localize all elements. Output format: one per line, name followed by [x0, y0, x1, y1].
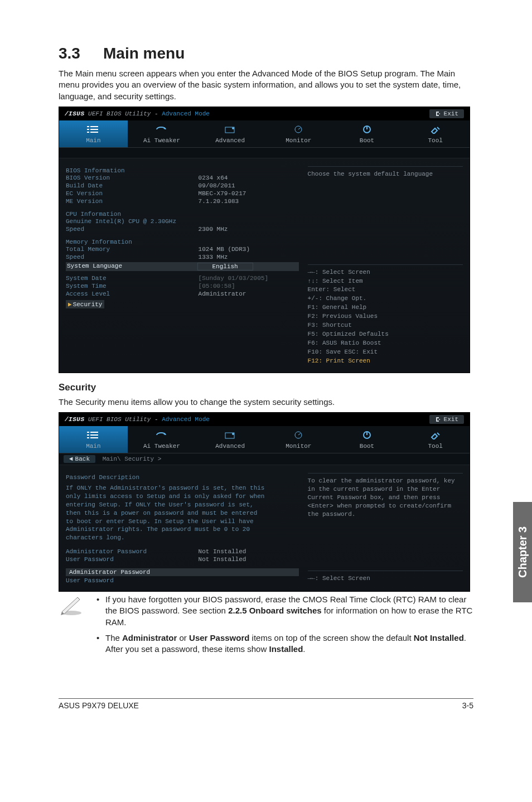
tab-advanced[interactable]: Advanced — [196, 120, 264, 147]
tab-monitor-label: Monitor — [286, 443, 311, 450]
notes-list: If you have forgotten your BIOS password… — [94, 594, 473, 659]
title-mode: Advanced Mode — [162, 110, 210, 117]
language-value[interactable]: English — [197, 263, 253, 270]
tab-tool[interactable]: Tool — [401, 426, 470, 453]
exit-label: Exit — [444, 110, 458, 117]
hotkey-row: F1: General Help — [308, 303, 463, 312]
tweaker-icon — [156, 431, 168, 439]
exit-button[interactable]: Exit — [429, 109, 464, 118]
svg-point-20 — [232, 433, 234, 435]
bios-body: Password Description If ONLY the Adminis… — [59, 465, 470, 591]
hotkey-row: F2: Previous Values — [308, 312, 463, 321]
hotkey-row: F6: ASUS Ratio Boost — [308, 339, 463, 348]
chapter-side-tab: Chapter 3 — [513, 502, 532, 602]
bios-right-column: Choose the system default language →←: S… — [306, 164, 463, 366]
t: Administrator — [122, 633, 177, 642]
list-icon — [87, 125, 99, 134]
k: Total Memory — [66, 246, 199, 253]
svg-rect-2 — [87, 129, 89, 130]
tab-monitor[interactable]: Monitor — [264, 120, 333, 147]
title-mid: UEFI BIOS Utility - — [85, 110, 162, 117]
exit-button[interactable]: Exit — [429, 415, 464, 424]
tab-boot[interactable]: Boot — [333, 426, 402, 453]
tab-tool[interactable]: Tool — [401, 120, 470, 147]
security-submenu-link[interactable]: ▶Security — [66, 300, 104, 308]
v: 09/08/2011 — [199, 182, 299, 189]
bios-main-panel: /ISUS UEFI BIOS Utility - Advanced Mode … — [59, 107, 470, 373]
v: Administrator — [199, 291, 299, 297]
svg-rect-17 — [90, 437, 98, 438]
advanced-icon — [224, 125, 236, 134]
tab-ai-tweaker[interactable]: Ai Tweaker — [128, 426, 196, 453]
list-icon — [87, 431, 99, 439]
notes-block: If you have forgotten your BIOS password… — [59, 594, 473, 659]
row-access-level: Access LevelAdministrator — [66, 290, 299, 298]
tab-boot[interactable]: Boot — [333, 120, 402, 147]
t: . — [303, 644, 305, 654]
tool-icon — [429, 125, 442, 134]
note-item: The Administrator or User Password items… — [94, 632, 473, 655]
row-build-date: Build Date09/08/2011 — [66, 182, 299, 190]
tab-main[interactable]: Main — [59, 120, 128, 147]
security-intro: The Security menu items allow you to cha… — [59, 397, 473, 408]
svg-rect-13 — [90, 432, 98, 433]
k: Genuine Intel(R) CPU @ 2.30GHz — [66, 218, 199, 225]
page-heading: 3.3Main menu — [59, 45, 473, 62]
power-icon — [361, 431, 373, 439]
k: Administrator Password — [66, 548, 199, 555]
tab-ai-tweaker-label: Ai Tweaker — [143, 137, 180, 144]
t: User Password — [189, 633, 249, 642]
v: MBEC-X79-0217 — [199, 190, 299, 197]
back-arrow-icon: ◄ — [69, 456, 73, 462]
brand-logo-text: /ISUS — [65, 416, 85, 423]
k: System Time — [66, 283, 199, 289]
row-admin-status: Administrator PasswordNot Installed — [66, 548, 299, 555]
title-mode: Advanced Mode — [162, 416, 210, 423]
row-system-time[interactable]: System Time[05:00:58] — [66, 282, 299, 290]
admin-password-link[interactable]: Administrator Password — [66, 568, 299, 576]
v: 0234 x64 — [199, 175, 299, 181]
advanced-icon — [224, 431, 236, 439]
v: [Sunday 01/03/2005] — [199, 275, 299, 282]
tab-main[interactable]: Main — [59, 426, 128, 453]
tab-ai-tweaker[interactable]: Ai Tweaker — [128, 120, 196, 147]
bios-tabs: Main Ai Tweaker Advanced Monitor Boot To… — [59, 426, 470, 453]
group-bios-info-head: BIOS Information — [66, 167, 299, 174]
k: EC Version — [66, 190, 199, 197]
t: items on top of the screen show the defa… — [249, 633, 413, 642]
row-system-date[interactable]: System Date[Sunday 01/03/2005] — [66, 274, 299, 282]
monitor-icon — [292, 431, 304, 439]
t: Not Installed — [414, 633, 464, 642]
bios-right-column: To clear the administrator password, key… — [306, 471, 463, 584]
tab-advanced[interactable]: Advanced — [196, 426, 264, 453]
group-cpu-info-head: CPU Information — [66, 211, 299, 218]
t: Installed — [269, 644, 303, 654]
v: Not Installed — [199, 556, 299, 563]
k: System Date — [66, 275, 199, 282]
tab-advanced-label: Advanced — [215, 443, 245, 450]
hotkey-row: →←: Select Screen — [308, 574, 463, 583]
back-button[interactable]: ◄Back — [64, 455, 95, 463]
password-description-body: If ONLY the Administrator's password is … — [66, 484, 267, 542]
v — [199, 218, 299, 225]
k: Build Date — [66, 182, 199, 189]
hotkey-row: Enter: Select — [308, 286, 463, 294]
tab-boot-label: Boot — [360, 137, 374, 144]
security-heading: Security — [59, 382, 473, 393]
bios-substrip: ◄Back Main\ Security > — [59, 453, 470, 465]
t: or — [177, 633, 189, 642]
tab-monitor[interactable]: Monitor — [264, 426, 333, 453]
k: System Language — [67, 263, 197, 270]
breadcrumb: Main\ Security > — [103, 456, 162, 462]
row-memory-speed: Speed1333 MHz — [66, 253, 299, 261]
back-label: Back — [75, 456, 90, 462]
admin-password-label: Administrator Password — [67, 569, 150, 576]
svg-point-8 — [232, 127, 234, 129]
page-footer: ASUS P9X79 DELUXE 3-5 — [59, 698, 473, 710]
svg-rect-3 — [90, 129, 98, 130]
user-password-link[interactable]: User Password — [66, 577, 299, 584]
chevron-right-icon: ▶ — [68, 301, 72, 308]
hotkey-row: F10: Save ESC: Exit — [308, 348, 463, 357]
row-system-language[interactable]: System LanguageEnglish — [66, 262, 299, 271]
hotkey-row: →←: Select Screen — [308, 268, 463, 277]
